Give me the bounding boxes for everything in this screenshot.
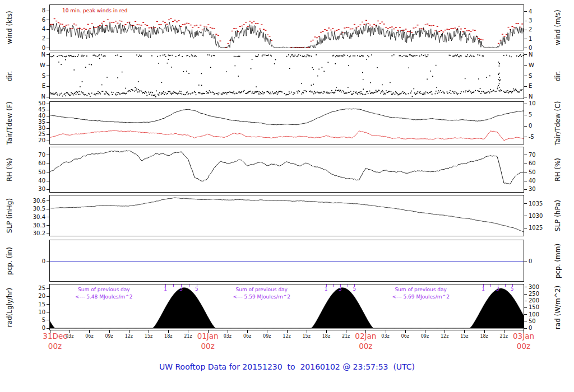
- x-tick: [307, 330, 307, 333]
- y-tick-label-left: 30.4: [33, 214, 45, 220]
- y-tick-right: [524, 294, 527, 295]
- x-hour-label: 21z: [342, 334, 350, 339]
- y-tick-label-left: 10: [38, 310, 45, 315]
- y-tick-label-right: 200: [529, 298, 539, 304]
- y-tick-right: [524, 137, 527, 137]
- y-tick-left: [47, 181, 49, 181]
- x-day-label: 01Jan: [197, 333, 219, 340]
- chart-title: UW Rooftop Data for 20151230 to 20160102…: [0, 363, 574, 371]
- x-tick: [464, 330, 465, 333]
- y-tick-label-left: 50: [38, 101, 45, 106]
- y-tick-right: [524, 155, 527, 155]
- mini-scale-tick: [505, 284, 506, 287]
- y-tick-label-left: 35: [38, 119, 45, 125]
- mini-scale-tick: [348, 284, 348, 287]
- mini-scale-tick: [173, 284, 174, 287]
- x-day-hour-label: 00z: [359, 343, 372, 351]
- y-tick-right: [524, 30, 527, 30]
- x-tick: [326, 330, 327, 333]
- x-tick: [228, 330, 228, 333]
- y-tick-right: [524, 48, 527, 48]
- y-tick-label-left: 20: [38, 293, 45, 299]
- y-tick-label-left: 0: [42, 259, 45, 264]
- rh-left-axis-label: RH (%): [6, 158, 13, 181]
- slp-left-axis-label: SLP (inHg): [6, 198, 13, 233]
- y-tick-right: [524, 321, 527, 321]
- y-tick-left: [47, 141, 49, 141]
- y-tick-label-left: 8: [42, 8, 45, 13]
- y-tick-label-right: 300: [529, 284, 539, 290]
- y-tick-left: [47, 262, 49, 262]
- y-tick-left: [47, 189, 49, 190]
- mini-scale-label: 5: [511, 287, 514, 292]
- y-tick-label-right: 250: [529, 291, 539, 297]
- x-hour-label: 15z: [303, 334, 311, 339]
- y-tick-right: [524, 262, 527, 262]
- y-tick-right: [524, 189, 527, 190]
- y-tick-right: [524, 314, 527, 315]
- rad-right-axis-label: rad (W/m^2): [554, 285, 561, 329]
- y-tick-label-right: S: [529, 73, 532, 79]
- x-tick: [267, 330, 267, 333]
- y-tick-label-right: 0: [529, 45, 532, 51]
- x-tick: [386, 330, 386, 333]
- annotation: <--- 5.48 MJoules/m^2: [75, 295, 132, 300]
- y-tick-right: [524, 76, 527, 76]
- mini-scale-label: 1: [325, 287, 328, 292]
- x-hour-label: 15z: [460, 334, 468, 339]
- x-day-hour-label: 00z: [517, 343, 530, 351]
- y-tick-label-left: 0: [42, 325, 45, 331]
- mini-scale-tick: [333, 284, 334, 287]
- wind-right-axis-label: wind (m/s): [554, 10, 561, 45]
- y-tick-right: [524, 172, 527, 172]
- y-tick-left: [47, 328, 49, 329]
- x-day-label: 03Jan: [513, 333, 534, 340]
- y-tick-left: [47, 54, 49, 55]
- x-tick: [445, 330, 445, 333]
- panel-direction: NWSENNWSEN: [49, 53, 524, 99]
- y-tick-label-right: 40: [529, 178, 536, 184]
- temp-right-axis-label: Tair/Tdew (C): [554, 101, 561, 145]
- y-tick-label-left: 30: [38, 125, 45, 131]
- y-tick-label-right: 150: [529, 305, 539, 310]
- x-tick: [168, 330, 169, 333]
- y-tick-left: [47, 116, 49, 116]
- y-tick-left: [47, 76, 49, 76]
- y-tick-left: [47, 29, 49, 30]
- x-hour-label: 21z: [500, 334, 508, 339]
- y-tick-label-right: 0: [529, 259, 532, 264]
- x-tick: [504, 330, 504, 333]
- y-tick-label-left: W: [40, 63, 45, 68]
- y-tick-label-left: 15: [38, 302, 45, 307]
- y-tick-left: [47, 104, 49, 104]
- weather-multipanel-chart: 024680123410 min. peak winds in red NWSE…: [0, 0, 574, 392]
- y-tick-label-right: 30: [529, 186, 536, 192]
- mini-scale-label: 1: [164, 287, 167, 292]
- dir-left-axis-label: dir.: [6, 71, 13, 81]
- x-hour-label: 03z: [381, 334, 389, 339]
- y-tick-right: [524, 203, 527, 204]
- mini-scale-label: 3: [179, 287, 183, 292]
- x-tick: [346, 330, 346, 333]
- x-tick: [149, 330, 149, 333]
- annotation: Sum of previous day: [395, 287, 446, 292]
- y-tick-right: [524, 65, 527, 66]
- y-tick-left: [47, 134, 49, 135]
- panel-precip: 00: [49, 240, 524, 282]
- y-tick-left: [47, 225, 49, 226]
- x-hour-label: 09z: [421, 334, 429, 339]
- x-hour-label: 15z: [145, 334, 152, 339]
- y-tick-label-right: 10: [529, 101, 536, 106]
- rad-left-axis-label: rad(Lgly/hr): [6, 287, 13, 327]
- y-tick-label-left: 40: [38, 113, 45, 119]
- x-tick: [287, 330, 288, 333]
- y-tick-label-left: 25: [38, 132, 45, 137]
- mini-scale-label: 5: [195, 287, 198, 292]
- y-tick-right: [524, 11, 527, 12]
- y-tick-left: [47, 11, 49, 11]
- y-tick-label-right: E: [529, 83, 532, 89]
- mini-scale-tick: [189, 284, 189, 287]
- y-tick-label-left: 60: [38, 161, 45, 166]
- y-tick-left: [47, 122, 49, 123]
- y-tick-right: [524, 104, 527, 104]
